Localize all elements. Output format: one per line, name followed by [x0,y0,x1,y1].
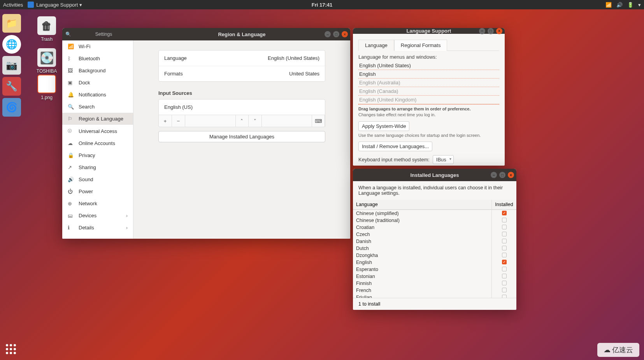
maximize-icon[interactable]: □ [333,31,339,37]
installed-checkbox[interactable] [502,260,507,264]
installed-checkbox[interactable] [502,218,507,222]
dock-chrome[interactable]: 🌐 [2,35,21,54]
clock[interactable]: Fri 17:41 [312,2,332,8]
installed-checkbox[interactable] [502,288,507,292]
maximize-icon[interactable]: □ [488,28,494,34]
header-language[interactable]: Language [353,200,491,209]
sidebar-item-search[interactable]: 🔍Search [62,101,133,113]
keyboard-layout-button[interactable]: ⌨ [312,115,325,127]
manage-languages-button[interactable]: Manage Installed Languages [158,131,325,142]
language-list-item[interactable]: English (Australia) [358,79,499,87]
language-list-item[interactable]: English (Canada) [358,87,499,96]
tab-regional-formats[interactable]: Regional Formats [394,40,447,51]
installed-checkbox[interactable] [502,232,507,236]
sidebar-item-region-language[interactable]: ⚐Region & Language [62,113,133,125]
language-list-item[interactable]: English (United States) [358,61,499,70]
installed-language-row[interactable]: Danish [353,238,516,245]
language-list-item[interactable]: English (United Kingdom) [358,96,499,104]
remove-input-button[interactable]: − [172,115,185,127]
installed-language-row[interactable]: Dutch [353,245,516,252]
installed-language-row[interactable]: Chinese (traditional) [353,217,516,224]
sidebar-item-devices[interactable]: 🖴Devices› [62,210,133,222]
installed-language-row[interactable]: Finnish [353,280,516,287]
installed-language-row[interactable]: Friulian [353,294,516,298]
close-icon[interactable]: × [342,31,348,37]
installed-languages-table[interactable]: Chinese (simplified)Chinese (traditional… [353,210,516,298]
installed-checkbox[interactable] [502,274,507,278]
network-icon[interactable]: 📶 [605,2,612,8]
app-menu-label: Language Support ▾ [36,2,82,8]
maximize-icon[interactable]: □ [499,172,505,178]
dock-software[interactable]: 🌀 [2,98,21,117]
installed-language-row[interactable]: Croatian [353,224,516,231]
sidebar-item-universal-access[interactable]: ⦾Universal Access [62,125,133,137]
desktop-icon-toshiba[interactable]: 💽 TOSHIBA [31,48,62,74]
language-priority-list[interactable]: English (United States)EnglishEnglish (A… [358,61,499,105]
volume-icon[interactable]: 🔊 [616,2,623,8]
keyboard-method-combo[interactable]: IBus [433,155,454,164]
sidebar-item-sound[interactable]: 🔊Sound [62,173,133,185]
installed-language-row[interactable]: Estonian [353,273,516,280]
formats-row[interactable]: Formats United States [159,66,325,81]
tab-language[interactable]: Language [358,40,394,51]
desktop-icon-png[interactable]: 1.png [31,75,62,100]
chevron-right-icon: › [126,213,128,218]
installed-checkbox[interactable] [502,239,507,243]
sidebar-item-bluetooth[interactable]: ᛒBluetooth [62,52,133,65]
app-menu[interactable]: Language Support ▾ [28,2,82,8]
install-remove-languages-button[interactable]: Install / Remove Languages... [358,142,432,151]
installed-checkbox[interactable] [502,295,507,298]
close-icon[interactable]: × [496,28,502,34]
sidebar-item-privacy[interactable]: 🔒Privacy [62,149,133,161]
minimize-icon[interactable]: – [479,28,485,34]
installed-language-row[interactable]: Chinese (simplified) [353,210,516,217]
input-source-item[interactable]: English (US) [159,100,325,115]
close-icon[interactable]: × [508,172,514,178]
installed-language-row[interactable]: Esperanto [353,266,516,273]
installed-languages-titlebar: Installed Languages – □ × [353,169,516,181]
installed-checkbox[interactable] [502,267,507,271]
installed-checkbox[interactable] [502,246,507,250]
language-row[interactable]: Language English (United States) [159,51,325,66]
sidebar-item-online-accounts[interactable]: ☁Online Accounts [62,137,133,149]
installed-checkbox[interactable] [502,225,507,229]
sidebar-item-label: Devices [79,213,97,218]
sidebar-icon: 📶 [68,44,74,49]
dock-settings[interactable]: 🔧 [2,77,21,96]
desktop-icon-trash[interactable]: 🗑 Trash [31,16,62,42]
installed-language-row[interactable]: English [353,259,516,266]
battery-icon[interactable]: 🔋 [627,2,633,8]
window-title: Installed Languages [411,172,459,178]
activities-button[interactable]: Activities [3,2,23,8]
sidebar-item-details[interactable]: ℹDetails› [62,222,133,234]
sidebar-item-background[interactable]: 🖼Background [62,65,133,77]
search-icon[interactable]: 🔍 [62,31,74,37]
sidebar-item-network[interactable]: ⊕Network [62,197,133,210]
installed-languages-window: Installed Languages – □ × When a languag… [353,169,516,310]
move-up-button[interactable]: ˄ [235,115,249,127]
installed-checkbox[interactable] [502,253,507,257]
installed-language-row[interactable]: French [353,287,516,294]
installed-checkbox[interactable] [502,281,507,285]
input-sources-label: Input Sources [158,90,325,96]
app-grid-button[interactable] [3,341,19,357]
sidebar-item-sharing[interactable]: ↗Sharing [62,161,133,173]
language-list-item[interactable]: English [358,70,499,79]
dock-screenshot[interactable]: 📷 [2,56,21,75]
sidebar-item-dock[interactable]: ▣Dock [62,77,133,89]
apply-system-wide-button[interactable]: Apply System-Wide [358,121,409,131]
installed-language-row[interactable]: Czech [353,231,516,238]
dock-files[interactable]: 📁 [2,14,21,33]
sidebar-item-notifications[interactable]: 🔔Notifications [62,89,133,101]
sidebar-item-power[interactable]: ⏻Power [62,185,133,197]
header-installed[interactable]: Installed [491,200,516,209]
move-down-button[interactable]: ˅ [249,115,262,127]
sidebar-icon: 🔒 [68,152,74,158]
installed-language-row[interactable]: Dzongkha [353,252,516,259]
minimize-icon[interactable]: – [325,31,331,37]
minimize-icon[interactable]: – [491,172,497,178]
add-input-button[interactable]: + [159,115,172,127]
installed-checkbox[interactable] [502,211,507,215]
power-menu-icon[interactable]: ▾ [638,2,641,8]
sidebar-item-wi-fi[interactable]: 📶Wi-Fi [62,40,133,52]
